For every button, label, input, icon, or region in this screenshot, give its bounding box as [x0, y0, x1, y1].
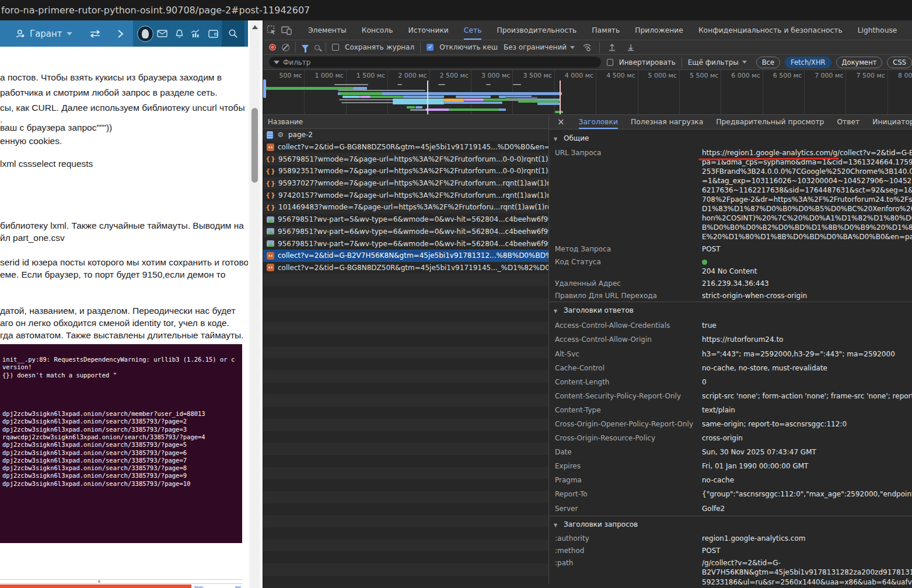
waterfall-bar — [499, 108, 506, 111]
request-type-pill[interactable]: CSS — [887, 57, 912, 68]
devtools-tab[interactable]: Память — [592, 20, 620, 40]
waterfall-bar — [393, 102, 444, 104]
request-name: 95679851?wv-part=7&wv-type=6&wmode=0&wv-… — [278, 240, 548, 248]
devtools-tab[interactable]: Консоль — [362, 20, 393, 40]
details-tab[interactable]: Полезная нагрузка — [631, 115, 703, 129]
details-tab[interactable]: Ответ — [837, 115, 859, 129]
chevron-down-icon — [570, 46, 575, 49]
request-row[interactable]: 95937027?wmode=7&page-url=https%3A%2F%2F… — [263, 177, 548, 190]
waterfall-bar — [371, 96, 403, 98]
chevron-right-icon[interactable] — [117, 29, 124, 38]
close-icon[interactable]: × — [557, 117, 565, 127]
devtools-tab[interactable]: Сеть — [464, 20, 482, 40]
swap-arrows-icon[interactable] — [89, 29, 102, 38]
general-section-header[interactable]: Общие — [549, 130, 912, 146]
page-scrollbar[interactable] — [248, 20, 263, 588]
request-row[interactable]: collect?v=2&tid=G-B2V7H56K8N&gtm=45je5bi… — [263, 250, 548, 262]
header-name: Pragma — [555, 475, 702, 485]
user-label: Гарант — [30, 29, 62, 39]
record-network-log-icon[interactable] — [269, 44, 276, 51]
devtools-tab[interactable]: Источники — [408, 20, 448, 40]
inspect-element-icon[interactable] — [267, 24, 277, 37]
filter-input[interactable]: Фильтр — [269, 57, 601, 68]
filter-icon[interactable] — [302, 45, 309, 50]
clear-network-log-icon[interactable] — [282, 44, 289, 51]
request-row[interactable]: 95679851?wv-part=5&wv-type=6&wmode=0&wv-… — [263, 214, 548, 226]
header-name: Server — [555, 504, 702, 513]
request-row[interactable]: 95679851?wv-part=7&wv-type=6&wmode=0&wv-… — [263, 237, 548, 250]
network-overview-timeline[interactable]: 500 мс1 000 мс1 500 мс2 000 мс2 500 мс3 … — [263, 70, 912, 115]
chart-icon[interactable] — [188, 20, 205, 47]
request-row[interactable]: 95679851?wmode=7&page-url=https%3A%2F%2F… — [263, 153, 548, 165]
header-row: Report-To {"group":"ascnsrsggc:112:0","m… — [549, 487, 912, 501]
request-row[interactable]: collect?v=2&tid=G-BG8N8DZ50R&gtm=45je5bi… — [263, 141, 548, 153]
network-conditions-icon[interactable] — [581, 41, 593, 54]
header-row: Cache-Control no-cache, no-store, must-r… — [549, 361, 912, 375]
scrollbar-thumb[interactable] — [251, 108, 258, 183]
request-list-column-header[interactable]: Название — [263, 115, 548, 129]
request-type-icon — [267, 131, 273, 139]
status-green-dot — [702, 260, 707, 265]
sheet-column-b-label: B — [98, 580, 100, 583]
preserve-log-label: Сохранять журнал — [345, 43, 414, 51]
throttling-dropdown[interactable]: Без ограничений — [504, 43, 575, 51]
post-text-line: сы, как CURL. Далее используем библиотек… — [0, 103, 248, 113]
devtools-tab[interactable]: Производительность — [497, 20, 576, 40]
invert-filter-label: Инвертировать — [619, 58, 676, 66]
details-tab[interactable]: Предварительный просмотр — [716, 115, 824, 129]
preserve-log-checkbox[interactable] — [332, 44, 339, 51]
header-value: Sun, 30 Nov 2025 07:43:47 GMT — [702, 447, 912, 457]
header-name: Правило Для URL Перехода — [555, 291, 702, 300]
header-name: :path — [555, 558, 702, 584]
request-row[interactable]: 95679851?wv-part=6&wv-type=6&wmode=0&wv-… — [263, 226, 548, 238]
details-tab[interactable]: Заголовки — [579, 115, 618, 129]
request-list-pane: Название page-2 collect?v=2&tid=G-BG8N8D… — [263, 115, 549, 584]
header-row: Alt-Svc h3=":443"; ma=2592000,h3-29=":44… — [549, 347, 912, 361]
wallet-icon[interactable] — [205, 20, 222, 47]
terminal-line: dpj2zcbw3sigkn6l3xpad.onion/search/33857… — [2, 441, 242, 449]
response-headers-section-header[interactable]: Заголовки ответов — [549, 302, 912, 318]
export-har-icon[interactable] — [624, 41, 637, 54]
request-row[interactable]: page-2 — [263, 129, 548, 141]
devtools-panel: ЭлементыКонсольИсточникиСетьПроизводител… — [263, 20, 912, 588]
header-row: Access-Control-Allow-Origin https://ruto… — [549, 332, 912, 346]
disable-cache-checkbox[interactable] — [427, 44, 434, 51]
devtools-tab[interactable]: Приложение — [635, 20, 683, 40]
request-type-pill[interactable]: Документ — [836, 57, 883, 68]
request-headers-section-header[interactable]: Заголовки запросов — [549, 516, 912, 533]
devtools-tab[interactable]: Lighthouse — [858, 20, 897, 40]
waterfall-bars — [263, 70, 912, 114]
mail-icon[interactable] — [153, 20, 170, 47]
request-row[interactable]: collect?v=2&tid=G-BG8N8DZ50R&gtm=45je5bi… — [263, 262, 548, 274]
header-value: 204 No Content — [702, 257, 912, 276]
more-filters-dropdown[interactable]: Ещё фильтры — [688, 58, 747, 66]
header-row: Access-Control-Allow-Credentials true — [549, 318, 912, 332]
request-type-pills: ВсеFetch/XHRДокументCSS — [756, 57, 912, 68]
devtools-tab[interactable]: Элементы — [308, 20, 347, 40]
details-tab[interactable]: Инициатор — [872, 115, 912, 129]
device-toolbar-icon[interactable] — [281, 24, 292, 37]
header-row: Date Sun, 30 Nov 2025 07:43:47 GMT — [549, 445, 912, 459]
terminal-screenshot: init__.py:89: RequestsDependencyWarning:… — [0, 344, 242, 543]
devtools-tab[interactable]: Конфиденциальность и безопасность — [698, 20, 843, 40]
search-icon[interactable] — [222, 20, 244, 47]
user-menu[interactable]: Гарант — [0, 29, 72, 39]
import-har-icon[interactable] — [606, 41, 619, 54]
request-row[interactable]: 97420157?wmode=7&page-url=https%3A%2F%2F… — [263, 189, 548, 201]
request-row[interactable]: 95892351?wmode=7&page-url=https%3A%2F%2F… — [263, 165, 548, 177]
overview-drag-handle[interactable] — [263, 79, 266, 98]
scrollbar-up-arrow-icon[interactable] — [252, 25, 258, 29]
details-tabbar: × ЗаголовкиПолезная нагрузкаПредваритель… — [549, 115, 912, 130]
request-row[interactable]: 101469483?wmode=7&page-url=https%3A%2F%2… — [263, 201, 548, 214]
header-value: no-cache, no-store, must-revalidate — [702, 363, 912, 373]
request-type-pill[interactable]: Все — [756, 57, 780, 68]
sheet-orange-header — [0, 584, 191, 588]
invert-filter-checkbox[interactable] — [607, 59, 613, 66]
bell-icon[interactable] — [170, 20, 187, 47]
request-name: 101469483?wmode=7&page-url=https%3A%2F%2… — [278, 203, 548, 211]
request-type-pill[interactable]: Fetch/XHR — [785, 57, 831, 68]
search-network-icon[interactable] — [315, 45, 320, 50]
browser-page: Гарант — [0, 20, 248, 588]
request-type-icon — [267, 191, 275, 200]
avatar[interactable] — [137, 20, 153, 47]
